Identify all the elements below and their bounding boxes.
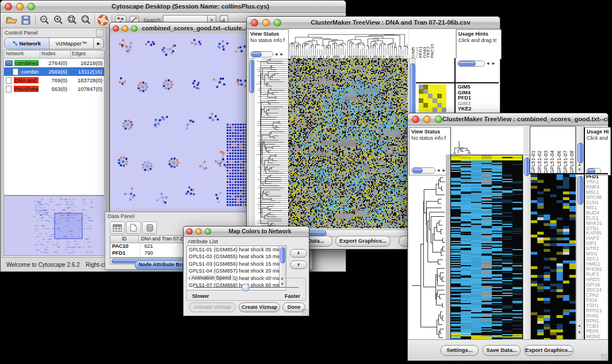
tab-overflow-button[interactable]: ▶ — [94, 38, 104, 49]
close-icon[interactable] — [412, 116, 419, 123]
scrollbar-thumb[interactable] — [577, 176, 583, 205]
usage-hints-title: Usage Hints — [458, 31, 501, 37]
column-dendrogram-canvas[interactable] — [450, 127, 523, 155]
heatmap-canvas[interactable] — [450, 155, 523, 340]
view-status-scrollbar[interactable]: ◀ ▶ — [250, 51, 285, 57]
attribute-list-item[interactable]: GPL51-01 (GSM854) heat shock 05 min — [187, 246, 286, 253]
attribute-list-item[interactable]: GPL51-03 (GSM856) heat shock 15 min — [187, 260, 286, 267]
scroll-left-icon[interactable]: ◀ — [273, 51, 279, 57]
maximize-icon[interactable] — [131, 25, 137, 32]
panel-divider — [530, 173, 608, 174]
scrollbar-thumb[interactable] — [251, 52, 262, 57]
move-down-button[interactable]: ∨ — [290, 260, 307, 269]
dialog-titlebar[interactable]: Map Colors to Network — [183, 227, 309, 237]
gene-list-scrollbar[interactable]: ▲ ▼ — [576, 174, 584, 341]
treeview1-titlebar[interactable]: ClusterMaker TreeView : DNA and Tran 07-… — [247, 17, 500, 29]
view-status-panel: View Status No status info f ◀ ▶ — [248, 29, 290, 59]
open-file-icon[interactable] — [5, 14, 18, 26]
label-area-scrollbar[interactable]: ▲ ▼ — [576, 126, 584, 174]
tab-vizmapper[interactable]: VizMapper™ — [49, 38, 94, 49]
network-overview-canvas[interactable] — [4, 196, 105, 255]
tab-network[interactable]: Network — [5, 38, 49, 49]
export-graphics-button[interactable]: Export Graphics... — [524, 345, 573, 356]
scrollbar-thumb[interactable] — [412, 168, 423, 173]
maximize-icon[interactable] — [435, 116, 442, 123]
zoom-out-icon[interactable] — [39, 14, 51, 26]
network-table-row[interactable]: combined_sco2569(6)13112(15) — [4, 67, 104, 76]
scroll-left-icon[interactable]: ◀ — [485, 60, 491, 66]
close-icon[interactable] — [186, 228, 193, 235]
scrollbar-thumb[interactable] — [458, 61, 476, 66]
export-graphics-button[interactable]: Export Graphics... — [335, 236, 391, 247]
panel-divider — [416, 82, 499, 83]
maximize-icon[interactable] — [274, 19, 281, 26]
speed-slider-thumb[interactable] — [242, 283, 250, 292]
attribute-list-item[interactable]: GPL51-04 (GSM857) heat shock 20 min — [187, 267, 286, 274]
scrollbar-thumb[interactable] — [524, 158, 530, 176]
maximize-icon[interactable] — [205, 228, 211, 235]
gene-label[interactable]: MON2 — [586, 334, 607, 339]
close-icon[interactable] — [5, 3, 12, 10]
scrollbar-thumb[interactable] — [280, 247, 285, 263]
zoom-in-icon[interactable] — [52, 14, 65, 26]
nodes-count: 769(0) — [39, 77, 69, 83]
attribute-list-item[interactable]: GPL51-02 (GSM855) heat shock 10 min — [187, 253, 286, 260]
save-icon[interactable] — [20, 14, 33, 26]
create-vizmap-button[interactable]: Create Vizmap — [239, 302, 280, 312]
scroll-right-icon[interactable]: ▶ — [279, 51, 285, 57]
scroll-up-icon[interactable]: ▲ — [577, 323, 582, 328]
edges-count: 183728(0) — [69, 77, 104, 83]
scroll-left-icon[interactable]: ◀ — [435, 167, 441, 173]
label-scrollbar[interactable]: ◀ ▶ — [457, 60, 498, 66]
treeview2-titlebar[interactable]: ClusterMaker TreeView : combined_scores_… — [408, 113, 608, 125]
select-attributes-icon[interactable] — [110, 221, 125, 234]
minimize-icon[interactable] — [122, 25, 128, 32]
header-network[interactable]: Network — [4, 51, 40, 58]
scroll-down-icon[interactable]: ▼ — [577, 167, 582, 173]
zoom-heatmap-canvas[interactable] — [531, 174, 576, 340]
settings-button[interactable]: Settings... — [441, 345, 479, 356]
delete-attribute-trash-icon[interactable] — [142, 221, 157, 234]
network-tab-icon — [13, 41, 18, 46]
save-data-button[interactable]: Save Data... — [483, 345, 521, 356]
zoom-fit-icon[interactable] — [66, 14, 79, 26]
header-id[interactable]: ID — [110, 236, 139, 243]
minimize-icon[interactable] — [423, 116, 431, 123]
help-lifesaver-icon[interactable] — [97, 14, 110, 26]
network-table-row[interactable]: RNAPuberNov2+563(0)107847(0) — [4, 85, 104, 93]
main-titlebar[interactable]: Cytoscape Desktop (Session Name: collins… — [1, 1, 346, 13]
treeview2-title: ClusterMaker TreeView : combined_scores_… — [442, 116, 608, 122]
scroll-right-icon[interactable]: ▶ — [491, 60, 496, 66]
header-edges[interactable]: Edges — [71, 51, 104, 58]
column-dendrogram-canvas[interactable] — [288, 29, 408, 58]
minimize-icon[interactable] — [262, 19, 270, 26]
header-nodes[interactable]: Nodes — [40, 51, 71, 58]
scroll-down-icon[interactable]: ▼ — [577, 330, 582, 335]
animation-speed-group: Animation Speed Slower Faster — [186, 278, 306, 301]
scrollbar-thumb[interactable] — [577, 143, 583, 163]
zoom-selected-icon[interactable] — [80, 14, 93, 26]
scroll-up-icon[interactable]: ▲ — [577, 162, 582, 167]
zoom-heatmap-canvas[interactable] — [419, 85, 446, 112]
minimize-icon[interactable] — [196, 228, 202, 235]
move-up-button[interactable]: ∧ — [290, 249, 307, 258]
maximize-icon[interactable] — [28, 3, 35, 10]
resize-grip[interactable] — [601, 354, 607, 360]
view-status-scrollbar[interactable]: ◀ ▶ — [411, 167, 447, 173]
heatmap-vertical-scrollbar[interactable] — [523, 155, 531, 341]
network-canvas[interactable] — [110, 34, 251, 211]
network-table-row[interactable]: combined_scores2764(0)16218(0) — [4, 59, 104, 67]
new-attribute-icon[interactable] — [126, 221, 141, 234]
close-icon[interactable] — [113, 25, 119, 32]
close-icon[interactable] — [251, 19, 258, 26]
row-dendrogram-canvas[interactable] — [255, 58, 288, 228]
float-panel-icon[interactable] — [96, 29, 104, 37]
network-table-row[interactable]: DNA and Tran 07769(0)183728(0) — [4, 76, 104, 85]
minimize-icon[interactable] — [16, 3, 24, 10]
row-dendrogram-canvas[interactable] — [409, 175, 446, 340]
heatmap-canvas[interactable] — [288, 58, 408, 228]
network-view-titlebar[interactable]: combined_scores_good.txt--cluste... — [110, 22, 251, 35]
resize-grip[interactable] — [302, 309, 308, 315]
network-overview[interactable] — [3, 196, 105, 256]
scrollbar-thumb[interactable] — [249, 60, 254, 93]
